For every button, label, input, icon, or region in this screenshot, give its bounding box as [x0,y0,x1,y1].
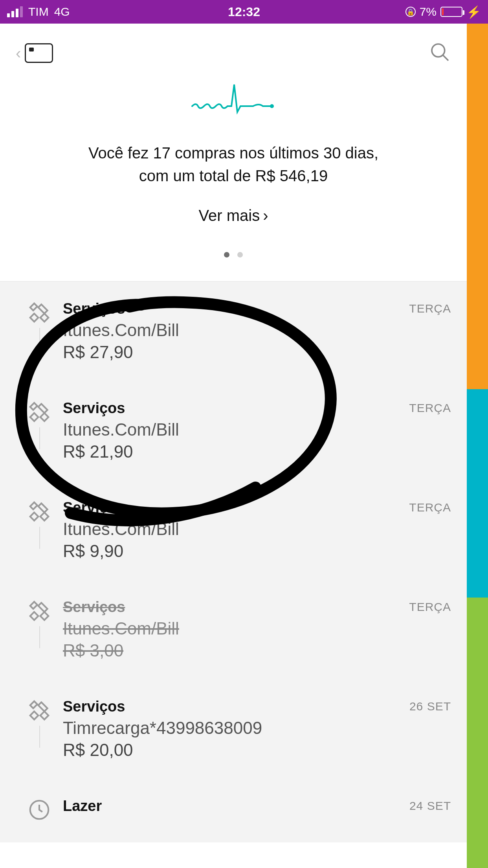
transaction-category: Serviços [63,400,380,417]
transaction-merchant: Itunes.Com/Bill [63,420,380,440]
page-indicator[interactable] [16,252,451,257]
transaction-amount: R$ 27,90 [63,342,380,362]
tools-icon [27,499,51,525]
transaction-date: TERÇA [380,400,451,415]
battery-icon [440,7,462,17]
transaction-merchant: Itunes.Com/Bill [63,320,380,340]
chevron-right-icon: › [263,207,268,224]
transaction-row[interactable]: ServiçosItunes.Com/BillR$ 3,00TERÇA [0,580,467,679]
clock-label: 12:32 [228,5,260,19]
transaction-amount: R$ 20,00 [63,740,380,760]
rail-segment-green[interactable] [467,598,488,868]
transaction-row[interactable]: ServiçosItunes.Com/BillR$ 9,90TERÇA [0,480,467,580]
transaction-category: Lazer [63,798,380,815]
summary-card: ‹ Você fez 17 compras nos últimos 30 dia… [0,24,467,281]
svg-point-2 [270,104,274,108]
transaction-date: TERÇA [380,300,451,315]
battery-pct: 7% [420,5,437,18]
page-dot [237,252,243,257]
see-more-label: Ver mais [199,207,260,224]
transaction-date: TERÇA [380,599,451,614]
card-icon [25,43,53,63]
back-button[interactable]: ‹ [16,43,53,63]
tools-icon [27,300,51,326]
tools-icon [27,698,51,724]
carrier-label: TIM [28,5,49,18]
search-icon [429,41,451,63]
pulse-graphic [16,79,451,118]
network-label: 4G [54,5,70,18]
search-button[interactable] [429,41,451,65]
transaction-category: Serviços [63,698,380,715]
clock-icon [27,798,51,824]
transaction-row[interactable]: ServiçosTimrecarga*43998638009R$ 20,0026… [0,679,467,779]
transaction-date: 24 SET [380,798,451,813]
transaction-category: Serviços [63,499,380,516]
transaction-date: 26 SET [380,698,451,713]
svg-point-0 [432,44,445,57]
status-bar: TIM 4G 12:32 🔒 7% ⚡ [0,0,488,24]
rail-segment-orange[interactable] [467,24,488,389]
transaction-list[interactable]: ServiçosItunes.Com/BillR$ 27,90TERÇAServ… [0,281,467,842]
transaction-category: Serviços [63,599,380,616]
summary-line1: Você fez 17 compras nos últimos 30 dias, [39,142,427,164]
transaction-category: Serviços [63,300,380,317]
page-dot-active [224,252,229,257]
transaction-row[interactable]: ServiçosItunes.Com/BillR$ 27,90TERÇA [0,281,467,381]
see-more-link[interactable]: Ver mais› [16,207,451,224]
rail-segment-teal[interactable] [467,389,488,598]
transaction-merchant: Itunes.Com/Bill [63,519,380,539]
tools-icon [27,400,51,426]
summary-line2: com um total de R$ 546,19 [39,164,427,187]
transaction-amount: R$ 9,90 [63,541,380,561]
orientation-lock-icon: 🔒 [405,7,416,17]
transaction-amount: R$ 21,90 [63,442,380,462]
category-color-rail [467,24,488,868]
charging-icon: ⚡ [466,5,481,19]
transaction-merchant: Itunes.Com/Bill [63,619,380,638]
svg-line-1 [443,55,448,61]
transaction-merchant: Timrecarga*43998638009 [63,718,380,738]
transaction-date: TERÇA [380,499,451,514]
transaction-row[interactable]: Lazer24 SET [0,779,467,842]
signal-icon [7,6,23,17]
tools-icon [27,599,51,625]
transaction-amount: R$ 3,00 [63,641,380,660]
chevron-left-icon: ‹ [16,44,21,62]
transaction-row[interactable]: ServiçosItunes.Com/BillR$ 21,90TERÇA [0,381,467,480]
